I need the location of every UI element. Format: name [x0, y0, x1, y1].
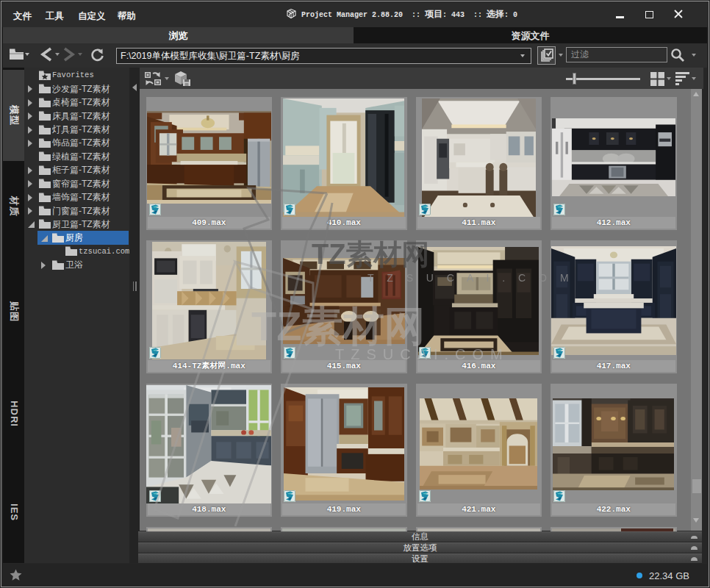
svg-text:TZ素材网: TZ素材网 [251, 303, 425, 349]
svg-text:TZSUCAI.COM: TZSUCAI.COM [335, 346, 509, 362]
svg-text:TZ素材网: TZ素材网 [312, 239, 429, 270]
svg-text:T Z S U C A I . C O M: T Z S U C A I . C O M [367, 272, 574, 284]
